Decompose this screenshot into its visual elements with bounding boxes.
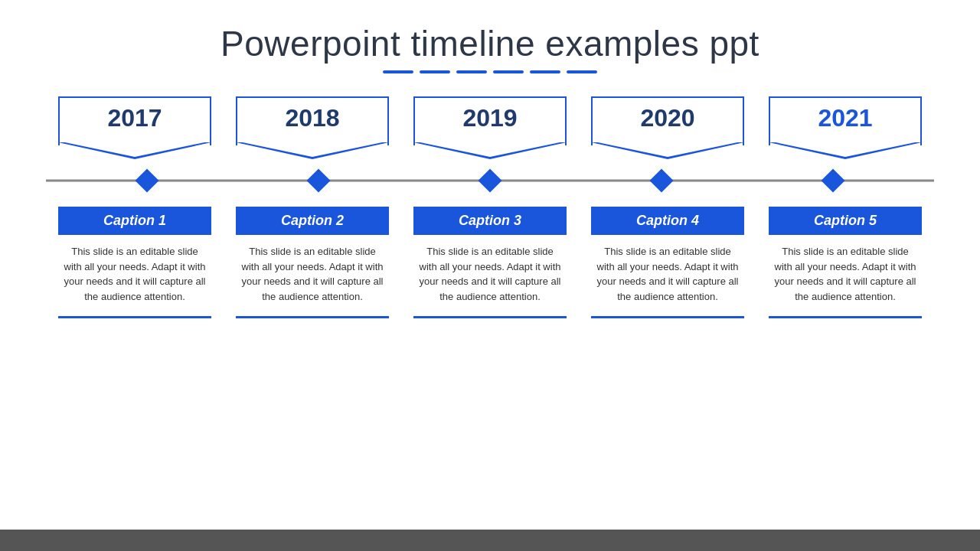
diamond-wrap-4 xyxy=(585,172,738,189)
caption-body-1: This slide is an editable slide with all… xyxy=(58,235,211,310)
title-underline xyxy=(383,70,597,73)
caption-col-3: Caption 3 This slide is an editable slid… xyxy=(413,207,567,318)
year-box-2017: 2017 xyxy=(58,96,211,158)
caption-footer-line-5 xyxy=(769,316,922,318)
caption-col-2: Caption 2 This slide is an editable slid… xyxy=(236,207,389,318)
year-label-2020: 2020 xyxy=(591,104,744,132)
caption-footer-line-2 xyxy=(236,316,389,318)
slide: Powerpoint timeline examples ppt 2017 xyxy=(0,0,980,551)
caption-col-1: Caption 1 This slide is an editable slid… xyxy=(58,207,211,318)
timeline-area: 2017 2018 2019 xyxy=(31,96,949,318)
year-label-2021: 2021 xyxy=(769,104,922,132)
caption-header-3: Caption 3 xyxy=(413,207,567,235)
pentagon-bottom-inner xyxy=(594,142,741,157)
pentagon-2017: 2017 xyxy=(58,96,211,158)
pentagon-2020: 2020 xyxy=(591,96,744,158)
caption-footer-line-3 xyxy=(413,316,567,318)
pentagon-2021: 2021 xyxy=(769,96,922,158)
year-label-2017: 2017 xyxy=(58,104,211,132)
pentagon-bottom-inner xyxy=(416,142,564,157)
caption-header-5: Caption 5 xyxy=(769,207,922,235)
diamond-4 xyxy=(649,168,673,192)
diamond-wrap-5 xyxy=(756,172,910,189)
caption-col-4: Caption 4 This slide is an editable slid… xyxy=(591,207,744,318)
diamonds-row xyxy=(46,172,934,189)
timeline-line-row xyxy=(31,165,949,196)
pentagon-2019: 2019 xyxy=(413,96,567,158)
diamond-wrap-2 xyxy=(242,172,395,189)
caption-col-5: Caption 5 This slide is an editable slid… xyxy=(769,207,922,318)
caption-header-2: Caption 2 xyxy=(236,207,389,235)
caption-footer-line-4 xyxy=(591,316,744,318)
diamond-5 xyxy=(821,168,844,192)
caption-body-2: This slide is an editable slide with all… xyxy=(236,235,389,310)
bottom-bar xyxy=(0,530,980,551)
pentagon-bottom-inner xyxy=(239,142,386,157)
caption-body-4: This slide is an editable slide with all… xyxy=(591,235,744,310)
pentagon-2018: 2018 xyxy=(236,96,389,158)
diamond-3 xyxy=(478,168,501,192)
caption-header-4: Caption 4 xyxy=(591,207,744,235)
caption-footer-line-1 xyxy=(58,316,211,318)
caption-row: Caption 1 This slide is an editable slid… xyxy=(31,207,949,318)
diamond-wrap-3 xyxy=(413,172,567,189)
caption-body-3: This slide is an editable slide with all… xyxy=(413,235,567,310)
year-box-2018: 2018 xyxy=(236,96,389,158)
diamond-1 xyxy=(135,168,158,192)
pentagon-bottom-inner xyxy=(61,142,208,157)
year-row: 2017 2018 2019 xyxy=(31,96,949,158)
slide-title: Powerpoint timeline examples ppt xyxy=(220,23,760,64)
pentagon-bottom-inner xyxy=(772,142,919,157)
year-box-2021: 2021 xyxy=(769,96,922,158)
caption-header-1: Caption 1 xyxy=(58,207,211,235)
diamond-wrap-1 xyxy=(70,172,224,189)
year-box-2020: 2020 xyxy=(591,96,744,158)
year-label-2018: 2018 xyxy=(236,104,389,132)
year-label-2019: 2019 xyxy=(413,104,567,132)
diamond-2 xyxy=(306,168,330,192)
caption-body-5: This slide is an editable slide with all… xyxy=(769,235,922,310)
year-box-2019: 2019 xyxy=(413,96,567,158)
